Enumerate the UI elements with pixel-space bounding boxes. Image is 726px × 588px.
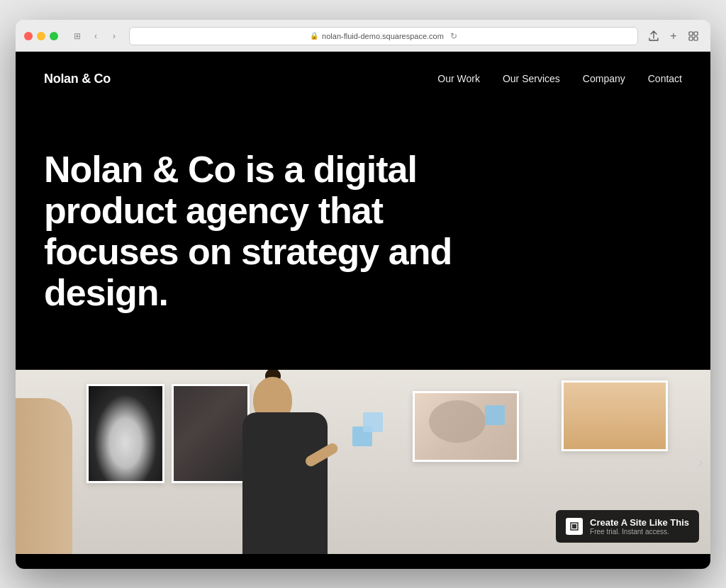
site-navigation: Nolan & Co Our Work Our Services Company… bbox=[16, 52, 710, 106]
nav-link-company[interactable]: Company bbox=[583, 73, 625, 84]
squarespace-badge[interactable]: Create A Site Like This Free trial. Inst… bbox=[556, 510, 699, 543]
tabs-button[interactable] bbox=[685, 28, 702, 45]
svg-rect-0 bbox=[689, 32, 693, 35]
url-text: nolan-fluid-demo.squarespace.com bbox=[322, 32, 444, 40]
gallery-scene: › Create A Site Like This Free trial. In… bbox=[16, 370, 710, 554]
sticky-note-3 bbox=[485, 405, 505, 425]
hero-section: Nolan & Co is a digital product agency t… bbox=[16, 106, 710, 356]
traffic-lights bbox=[24, 32, 58, 40]
back-button[interactable]: ‹ bbox=[88, 28, 104, 44]
share-button[interactable] bbox=[645, 28, 662, 45]
artboard-3 bbox=[413, 391, 519, 462]
ss-badge-text: Create A Site Like This Free trial. Inst… bbox=[590, 517, 689, 536]
person-torso bbox=[242, 412, 328, 554]
nav-item-our-services[interactable]: Our Services bbox=[503, 72, 560, 85]
website-content: Nolan & Co Our Work Our Services Company… bbox=[16, 52, 710, 569]
artboard-4-inner bbox=[564, 383, 666, 449]
new-tab-button[interactable]: + bbox=[665, 28, 682, 45]
squarespace-logo-icon bbox=[566, 518, 583, 535]
minimize-button[interactable] bbox=[37, 32, 45, 40]
lock-icon: 🔒 bbox=[310, 32, 318, 40]
svg-rect-1 bbox=[694, 32, 698, 35]
nav-link-our-work[interactable]: Our Work bbox=[437, 73, 480, 84]
gallery-section: › Create A Site Like This Free trial. In… bbox=[16, 370, 710, 554]
site-logo[interactable]: Nolan & Co bbox=[44, 72, 111, 86]
browser-chrome: ⊞ ‹ › 🔒 nolan-fluid-demo.squarespace.com… bbox=[16, 20, 710, 52]
gallery-next-arrow[interactable]: › bbox=[698, 454, 703, 470]
svg-rect-3 bbox=[694, 37, 698, 40]
hero-headline: Nolan & Co is a digital product agency t… bbox=[44, 149, 484, 314]
person-left-shape bbox=[16, 398, 72, 554]
artboard-3-inner bbox=[415, 393, 517, 460]
address-bar[interactable]: 🔒 nolan-fluid-demo.squarespace.com ↻ bbox=[129, 27, 638, 45]
person-left bbox=[16, 398, 72, 554]
nav-item-company[interactable]: Company bbox=[583, 72, 625, 85]
ss-badge-title: Create A Site Like This bbox=[590, 517, 689, 528]
nav-link-contact[interactable]: Contact bbox=[648, 73, 682, 84]
close-button[interactable] bbox=[24, 32, 33, 40]
sticky-note-2 bbox=[363, 412, 383, 432]
nav-item-our-work[interactable]: Our Work bbox=[437, 72, 480, 85]
reload-icon[interactable]: ↻ bbox=[450, 31, 457, 41]
svg-rect-2 bbox=[689, 37, 693, 40]
sidebar-toggle-button[interactable]: ⊞ bbox=[69, 28, 85, 44]
nav-link-our-services[interactable]: Our Services bbox=[503, 73, 560, 84]
browser-actions: + bbox=[645, 28, 702, 45]
artboard-1 bbox=[86, 384, 164, 483]
maximize-button[interactable] bbox=[50, 32, 58, 40]
person-center bbox=[228, 384, 342, 554]
ss-badge-subtitle: Free trial. Instant access. bbox=[590, 528, 689, 536]
nav-links: Our Work Our Services Company Contact bbox=[437, 72, 682, 85]
forward-button[interactable]: › bbox=[106, 28, 122, 44]
nav-item-contact[interactable]: Contact bbox=[648, 72, 682, 85]
artboard-4 bbox=[562, 380, 668, 451]
browser-window: ⊞ ‹ › 🔒 nolan-fluid-demo.squarespace.com… bbox=[16, 20, 710, 569]
browser-controls: ⊞ ‹ › bbox=[69, 28, 122, 44]
artboard-1-inner bbox=[89, 386, 162, 481]
artboard-3-blob bbox=[429, 400, 486, 443]
